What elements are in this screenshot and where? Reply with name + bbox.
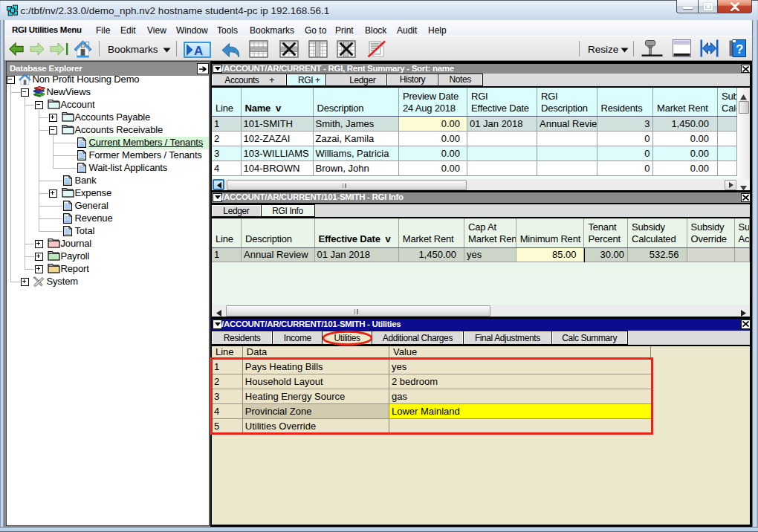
svg-text:A: A bbox=[194, 44, 203, 56]
svg-text:?: ? bbox=[736, 42, 743, 56]
